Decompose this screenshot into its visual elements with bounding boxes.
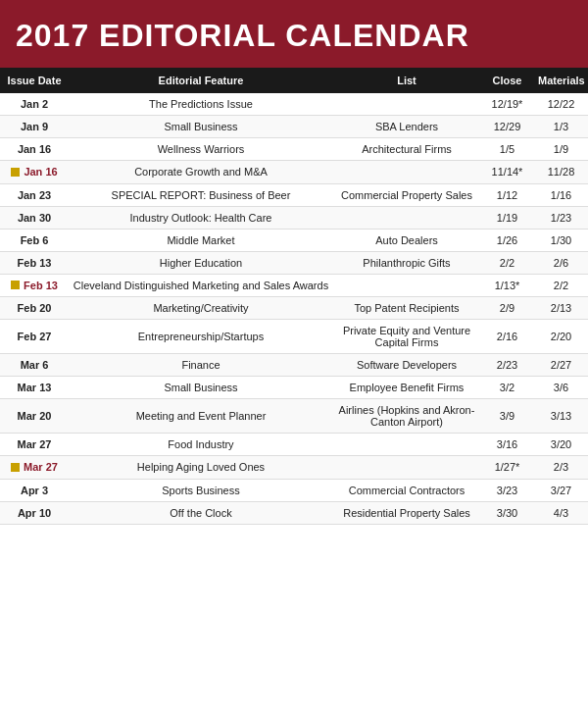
cell-feature: Higher Education — [69, 251, 333, 274]
cell-close: 3/16 — [480, 434, 534, 456]
table-row: Feb 13Higher EducationPhilanthropic Gift… — [0, 251, 588, 274]
table-row: Jan 9Small BusinessSBA Lenders12/291/3 — [0, 116, 588, 138]
cell-list: SBA Lenders — [333, 116, 480, 138]
cell-list: Residential Property Sales — [333, 501, 480, 524]
cell-close: 2/2 — [480, 251, 534, 274]
cell-date: Apr 10 — [0, 501, 69, 524]
cell-close: 2/16 — [480, 320, 534, 354]
cell-date: Mar 27 — [0, 456, 69, 480]
table-row: Feb 20Marketing/CreativityTop Patent Rec… — [0, 297, 588, 320]
cell-close: 2/9 — [480, 297, 534, 320]
cell-close: 1/19 — [480, 206, 534, 229]
cell-feature: Cleveland Distinguished Marketing and Sa… — [69, 274, 333, 297]
cell-feature: Finance — [69, 354, 333, 377]
table-row: Mar 27Helping Aging Loved Ones1/27*2/3 — [0, 456, 588, 480]
cell-list — [333, 274, 480, 297]
cell-feature: Marketing/Creativity — [69, 297, 333, 320]
cell-date: Apr 3 — [0, 479, 69, 501]
cell-feature: SPECIAL REPORT: Business of Beer — [69, 183, 333, 206]
cell-materials: 3/20 — [534, 434, 588, 456]
header-year: 2017 — [16, 18, 89, 53]
cell-date: Jan 23 — [0, 183, 69, 206]
cell-date: Feb 27 — [0, 320, 69, 354]
cell-materials: 3/13 — [534, 399, 588, 434]
cell-close: 12/29 — [480, 116, 534, 138]
cell-list — [333, 206, 480, 229]
cell-feature: Small Business — [69, 116, 333, 138]
header: 2017 EDITORIAL CALENDAR — [0, 0, 588, 68]
header-title-text: EDITORIAL CALENDAR — [99, 18, 469, 53]
cell-materials: 2/20 — [534, 320, 588, 354]
column-headers: Issue Date Editorial Feature List Close … — [0, 68, 588, 93]
cell-feature: Helping Aging Loved Ones — [69, 456, 333, 480]
cell-list: Top Patent Recipients — [333, 297, 480, 320]
cell-materials: 1/3 — [534, 116, 588, 138]
cell-close: 3/9 — [480, 399, 534, 434]
cell-list: Airlines (Hopkins and Akron-Canton Airpo… — [333, 399, 480, 434]
cell-close: 12/19* — [480, 93, 534, 116]
cell-feature: Corporate Growth and M&A — [69, 161, 333, 184]
cell-feature: Industry Outlook: Health Care — [69, 206, 333, 229]
cell-materials: 2/6 — [534, 251, 588, 274]
cell-materials: 2/3 — [534, 456, 588, 480]
col-header-close: Close — [480, 73, 534, 88]
table-row: Mar 27Food Industry3/163/20 — [0, 434, 588, 456]
cell-close: 1/27* — [480, 456, 534, 480]
cell-date: Feb 6 — [0, 229, 69, 251]
table-row: Jan 16Corporate Growth and M&A11/14*11/2… — [0, 161, 588, 184]
cell-date: Mar 6 — [0, 354, 69, 377]
cell-list: Employee Benefit Firms — [333, 377, 480, 399]
cell-list: Philanthropic Gifts — [333, 251, 480, 274]
cell-feature: Wellness Warriors — [69, 138, 333, 161]
cell-date: Jan 16 — [0, 138, 69, 161]
cell-feature: Small Business — [69, 377, 333, 399]
cell-date: Jan 16 — [0, 161, 69, 184]
cell-list: Private Equity and Venture Capital Firms — [333, 320, 480, 354]
table-row: Mar 20Meeting and Event PlannerAirlines … — [0, 399, 588, 434]
cell-date: Mar 27 — [0, 434, 69, 456]
cell-close: 11/14* — [480, 161, 534, 184]
date-text: Jan 16 — [24, 166, 57, 178]
cell-materials: 12/22 — [534, 93, 588, 116]
col-header-date: Issue Date — [0, 73, 69, 88]
table-row: Feb 6Middle MarketAuto Dealers1/261/30 — [0, 229, 588, 251]
cell-feature: Sports Business — [69, 479, 333, 501]
cell-date: Jan 9 — [0, 116, 69, 138]
cell-list — [333, 456, 480, 480]
cell-list — [333, 93, 480, 116]
cell-materials: 3/27 — [534, 479, 588, 501]
cell-materials: 4/3 — [534, 501, 588, 524]
table-row: Mar 6FinanceSoftware Developers2/232/27 — [0, 354, 588, 377]
cell-date: Feb 13 — [0, 274, 69, 297]
highlight-square — [11, 168, 20, 177]
cell-close: 3/23 — [480, 479, 534, 501]
cell-close: 2/23 — [480, 354, 534, 377]
table-row: Jan 16Wellness WarriorsArchitectural Fir… — [0, 138, 588, 161]
cell-list: Commercial Property Sales — [333, 183, 480, 206]
cell-materials: 11/28 — [534, 161, 588, 184]
cell-feature: Entrepreneurship/Startups — [69, 320, 333, 354]
table-row: Apr 3Sports BusinessCommercial Contracto… — [0, 479, 588, 501]
editorial-table: Jan 2The Predictions Issue12/19*12/22Jan… — [0, 93, 588, 525]
table-row: Jan 23SPECIAL REPORT: Business of BeerCo… — [0, 183, 588, 206]
cell-list: Auto Dealers — [333, 229, 480, 251]
col-header-materials: Materials — [534, 73, 588, 88]
cell-materials: 1/9 — [534, 138, 588, 161]
cell-close: 1/12 — [480, 183, 534, 206]
cell-feature: Off the Clock — [69, 501, 333, 524]
col-header-feature: Editorial Feature — [69, 73, 333, 88]
cell-materials: 2/13 — [534, 297, 588, 320]
date-text: Mar 27 — [24, 461, 58, 473]
cell-date: Feb 20 — [0, 297, 69, 320]
cell-date: Feb 13 — [0, 251, 69, 274]
cell-feature: Meeting and Event Planner — [69, 399, 333, 434]
cell-list — [333, 434, 480, 456]
cell-date: Mar 20 — [0, 399, 69, 434]
table-row: Apr 10Off the ClockResidential Property … — [0, 501, 588, 524]
cell-materials: 1/23 — [534, 206, 588, 229]
cell-materials: 2/2 — [534, 274, 588, 297]
table-row: Jan 30Industry Outlook: Health Care1/191… — [0, 206, 588, 229]
date-text: Feb 13 — [24, 280, 58, 291]
cell-feature: The Predictions Issue — [69, 93, 333, 116]
cell-close: 1/5 — [480, 138, 534, 161]
